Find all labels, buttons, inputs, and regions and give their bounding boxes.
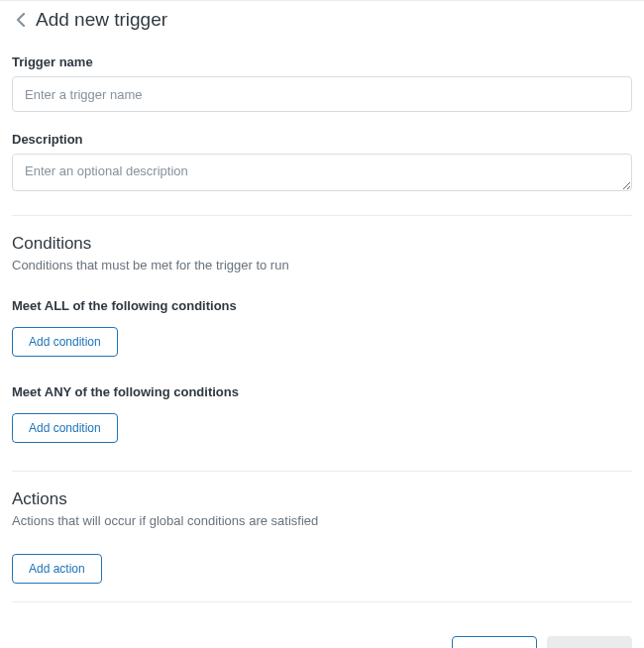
conditions-any-label: Meet ANY of the following conditions: [12, 384, 632, 399]
conditions-subtitle: Conditions that must be met for the trig…: [12, 258, 632, 272]
actions-title: Actions: [12, 489, 632, 509]
add-condition-all-button[interactable]: Add condition: [12, 327, 118, 357]
actions-subtitle: Actions that will occur if global condit…: [12, 513, 632, 528]
page-title: Add new trigger: [36, 9, 167, 31]
conditions-all-label: Meet ALL of the following conditions: [12, 298, 632, 313]
add-action-button[interactable]: Add action: [12, 554, 102, 584]
create-button[interactable]: Create: [547, 636, 632, 648]
trigger-name-input[interactable]: [12, 76, 632, 112]
description-label: Description: [12, 132, 632, 147]
divider: [12, 601, 632, 602]
add-condition-any-button[interactable]: Add condition: [12, 413, 118, 443]
back-chevron-icon[interactable]: [12, 10, 30, 30]
divider: [12, 215, 632, 216]
conditions-title: Conditions: [12, 234, 632, 254]
cancel-button[interactable]: Cancel: [452, 636, 537, 648]
divider: [12, 471, 632, 472]
description-textarea[interactable]: [12, 154, 632, 191]
trigger-name-label: Trigger name: [12, 54, 632, 69]
